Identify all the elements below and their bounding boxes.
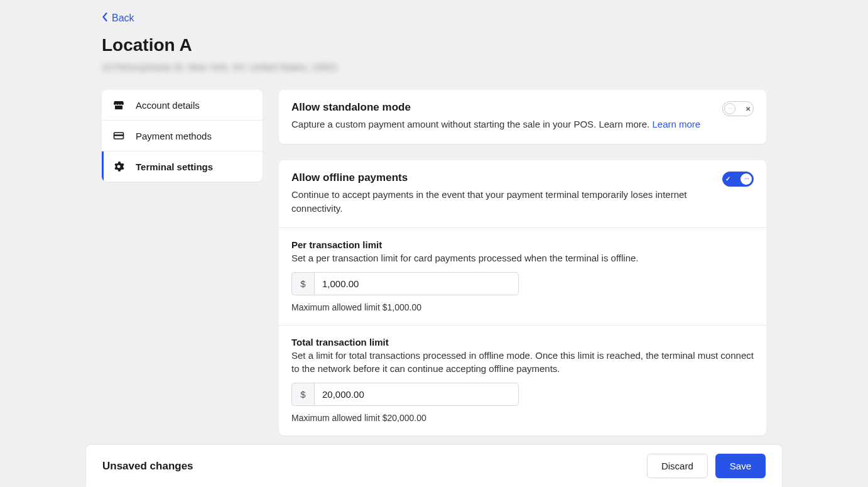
- per-tx-title: Per transaction limit: [291, 239, 754, 250]
- gear-icon: [113, 161, 124, 172]
- sidebar-item-label: Terminal settings: [136, 161, 213, 172]
- sidebar-item-account-details[interactable]: Account details: [102, 90, 263, 121]
- total-tx-helper: Maximum allowed limit $20,000.00: [291, 413, 754, 423]
- per-tx-input[interactable]: [314, 272, 519, 295]
- back-label: Back: [112, 13, 134, 24]
- unsaved-changes-bar: Unsaved changes Discard Save: [86, 445, 782, 487]
- settings-sidebar: Account details Payment methods Terminal…: [102, 90, 263, 182]
- standalone-desc: Capture a custom payment amount without …: [291, 118, 710, 131]
- sidebar-item-label: Account details: [136, 100, 200, 111]
- x-icon: ✕: [746, 106, 751, 112]
- currency-prefix: $: [291, 383, 314, 406]
- standalone-title: Allow standalone mode: [291, 101, 710, 114]
- learn-more-link[interactable]: Learn more: [652, 119, 700, 129]
- svg-rect-1: [114, 134, 124, 136]
- toggle-knob: ⋯: [741, 173, 752, 185]
- save-button[interactable]: Save: [715, 454, 766, 478]
- page-title: Location A: [102, 35, 766, 55]
- chevron-left-icon: [102, 13, 108, 24]
- currency-prefix: $: [291, 272, 314, 295]
- back-link[interactable]: Back: [102, 13, 134, 24]
- page-subtitle: 10 Pennsylvania St, New York, NY, United…: [102, 62, 766, 72]
- total-tx-title: Total transaction limit: [291, 337, 754, 347]
- sidebar-item-label: Payment methods: [136, 131, 212, 141]
- offline-desc: Continue to accept payments in the event…: [291, 188, 710, 216]
- sidebar-item-payment-methods[interactable]: Payment methods: [102, 121, 263, 151]
- total-tx-input[interactable]: [314, 383, 519, 406]
- check-icon: ✓: [725, 175, 730, 182]
- per-tx-helper: Maximum allowed limit $1,000.00: [291, 302, 754, 312]
- per-tx-desc: Set a per transaction limit for card pay…: [291, 251, 754, 265]
- sidebar-item-terminal-settings[interactable]: Terminal settings: [102, 151, 263, 182]
- offline-toggle[interactable]: ✓ ⋯: [722, 172, 754, 187]
- total-tx-desc: Set a limit for total transactions proce…: [291, 349, 754, 375]
- discard-button[interactable]: Discard: [647, 454, 708, 478]
- card-offline-payments: Allow offline payments Continue to accep…: [279, 160, 766, 436]
- total-tx-input-group: $: [291, 383, 519, 406]
- toggle-knob: ⋯: [724, 103, 735, 114]
- standalone-toggle[interactable]: ⋯ ✕: [722, 101, 754, 116]
- per-tx-input-group: $: [291, 272, 519, 295]
- unsaved-label: Unsaved changes: [102, 460, 193, 473]
- card-icon: [113, 130, 124, 141]
- card-standalone-mode: Allow standalone mode Capture a custom p…: [279, 90, 766, 144]
- store-icon: [113, 99, 124, 111]
- offline-title: Allow offline payments: [291, 172, 710, 184]
